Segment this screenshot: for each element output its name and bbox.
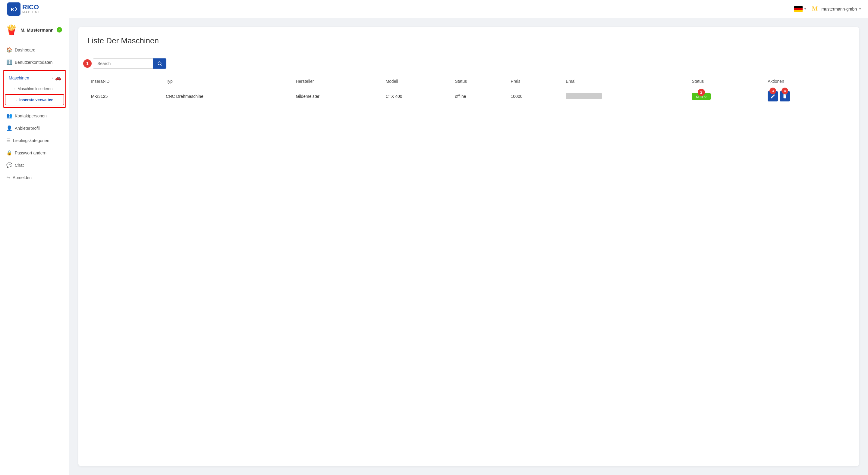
maschinen-collapse-icon: ‹ xyxy=(52,76,53,80)
col-preis: Preis xyxy=(507,76,562,87)
sidebar-item-kontaktpersonen[interactable]: 👥 Kontaktpersonen xyxy=(0,109,69,122)
sidebar-item-lieblingskategorien[interactable]: ☰ Lieblingskategorien xyxy=(0,134,69,146)
search-icon xyxy=(157,61,162,66)
step-3-badge: 3 xyxy=(770,88,776,94)
page-title: Liste Der Maschinen xyxy=(87,36,850,51)
sidebar-item-benutzerkontodaten[interactable]: ℹ️ Benutzerkontodaten xyxy=(0,56,69,68)
sidebar-item-chat[interactable]: 💬 Chat xyxy=(0,159,69,171)
sidebar-label-passwort: Passwort ändern xyxy=(15,150,46,155)
arrow-right-icon: → xyxy=(12,87,16,91)
user-chevron-icon: ▾ xyxy=(859,7,861,10)
sidebar-subitem-inserate-verwalten[interactable]: → Inserate verwalten xyxy=(5,94,64,105)
table-header: Inserat-ID Typ Hersteller Modell Status … xyxy=(87,76,850,87)
delete-button[interactable]: 4 xyxy=(780,91,790,101)
maschinen-section: Maschinen ‹ 🚗 → Maschine inserieren → In… xyxy=(3,70,66,108)
logo-icon: R xyxy=(7,2,21,15)
sidebar-label-chat: Chat xyxy=(15,163,24,168)
user-menu[interactable]: 𝐌 mustermann-gmbh ▾ xyxy=(812,5,861,13)
sidebar-mcdonalds-icon: 🍟 xyxy=(5,24,18,36)
col-typ: Typ xyxy=(162,76,292,87)
cell-email xyxy=(562,87,688,106)
sidebar: 🍟 M. Mustermann ✓ 🏠 Dashboard ℹ️ Benutze… xyxy=(0,18,69,475)
sidebar-label-kontaktpersonen: Kontaktpersonen xyxy=(15,113,47,118)
sidebar-label-lieblingskategorien: Lieblingskategorien xyxy=(13,138,50,143)
home-icon: 🏠 xyxy=(6,47,12,53)
header: R RICO Machine ▾ 𝐌 mustermann-gmbh ▾ xyxy=(0,0,868,18)
arrow-right-active-icon: → xyxy=(14,98,18,102)
step-1-badge: 1 xyxy=(83,59,92,68)
step-2-badge: 2 xyxy=(698,89,705,96)
trash-icon xyxy=(782,94,787,99)
search-area: 1 xyxy=(87,58,850,69)
sidebar-item-anbieterprofil[interactable]: 👤 Anbieterprofil xyxy=(0,122,69,134)
search-wrapper xyxy=(93,58,166,69)
sidebar-item-passwort[interactable]: 🔒 Passwort ändern xyxy=(0,146,69,159)
person-icon: 👤 xyxy=(6,125,12,131)
cell-preis: 10000 xyxy=(507,87,562,106)
cell-typ: CNC Drehmaschine xyxy=(162,87,292,106)
sidebar-nav: 🏠 Dashboard ℹ️ Benutzerkontodaten Maschi… xyxy=(0,41,69,186)
menu-icon: ☰ xyxy=(6,138,10,143)
sidebar-user: 🍟 M. Mustermann ✓ xyxy=(0,18,69,41)
edit-icon xyxy=(770,94,775,99)
col-modell: Modell xyxy=(382,76,451,87)
chat-icon: 💬 xyxy=(6,162,12,168)
logo-brand: RICO xyxy=(22,4,40,10)
username-label: mustermann-gmbh xyxy=(822,7,857,11)
search-input[interactable] xyxy=(93,58,153,69)
cell-online-status: online 2 xyxy=(688,87,764,106)
table-body: M-23125 CNC Drehmaschine Gildemeister CT… xyxy=(87,87,850,106)
cell-inserat-id: M-23125 xyxy=(87,87,162,106)
table-header-row: Inserat-ID Typ Hersteller Modell Status … xyxy=(87,76,850,87)
sidebar-item-dashboard[interactable]: 🏠 Dashboard xyxy=(0,44,69,56)
cell-aktionen: 3 4 xyxy=(764,87,850,106)
header-right: ▾ 𝐌 mustermann-gmbh ▾ xyxy=(794,5,861,13)
search-button[interactable] xyxy=(153,58,166,69)
sidebar-label-anbieterprofil: Anbieterprofil xyxy=(15,126,40,131)
sidebar-item-abmelden[interactable]: ↪ Abmelden xyxy=(0,171,69,183)
machines-table: Inserat-ID Typ Hersteller Modell Status … xyxy=(87,76,850,106)
sidebar-label-maschine-inserieren: Maschine inserieren xyxy=(18,87,53,91)
table-row: M-23125 CNC Drehmaschine Gildemeister CT… xyxy=(87,87,850,106)
logo-subtitle: Machine xyxy=(22,10,40,14)
mcdonalds-icon: 𝐌 xyxy=(812,5,819,13)
cell-modell: CTX 400 xyxy=(382,87,451,106)
flag-germany-icon xyxy=(794,6,803,12)
cell-hersteller: Gildemeister xyxy=(292,87,382,106)
sidebar-subitem-maschine-inserieren[interactable]: → Maschine inserieren xyxy=(4,84,65,94)
logo: R RICO Machine xyxy=(7,2,40,15)
col-status2: Status xyxy=(688,76,764,87)
col-inserat-id: Inserat-ID xyxy=(87,76,162,87)
email-hidden-bar xyxy=(566,93,602,99)
action-buttons: 3 4 xyxy=(768,91,846,101)
layout: 🍟 M. Mustermann ✓ 🏠 Dashboard ℹ️ Benutze… xyxy=(0,18,868,475)
edit-button[interactable]: 3 xyxy=(768,91,778,101)
main-content: Liste Der Maschinen 1 Inserat-I xyxy=(69,18,868,475)
logo-text-group: RICO Machine xyxy=(22,4,40,14)
contacts-icon: 👥 xyxy=(6,113,12,118)
svg-text:R: R xyxy=(11,7,14,12)
user-verified-badge: ✓ xyxy=(57,27,62,33)
col-status: Status xyxy=(452,76,507,87)
sidebar-username: M. Mustermann xyxy=(21,27,54,33)
lock-icon: 🔒 xyxy=(6,150,12,156)
logout-icon: ↪ xyxy=(6,175,10,180)
col-email: Email xyxy=(562,76,688,87)
car-icon: 🚗 xyxy=(55,75,61,81)
sidebar-item-maschinen[interactable]: Maschinen ‹ 🚗 xyxy=(4,72,65,84)
sidebar-label-benutzerkontodaten: Benutzerkontodaten xyxy=(15,60,53,65)
sidebar-label-inserate-verwalten: Inserate verwalten xyxy=(19,98,53,102)
col-aktionen: Aktionen xyxy=(764,76,850,87)
cell-status: offline xyxy=(452,87,507,106)
lang-chevron-icon: ▾ xyxy=(804,7,806,10)
sidebar-label-dashboard: Dashboard xyxy=(15,47,36,53)
sidebar-label-abmelden: Abmelden xyxy=(13,175,32,180)
language-selector[interactable]: ▾ xyxy=(794,6,806,12)
sidebar-label-maschinen: Maschinen xyxy=(9,75,29,80)
content-card: Liste Der Maschinen 1 Inserat-I xyxy=(79,27,859,466)
step-4-badge: 4 xyxy=(781,88,788,94)
col-hersteller: Hersteller xyxy=(292,76,382,87)
info-icon: ℹ️ xyxy=(6,59,12,65)
